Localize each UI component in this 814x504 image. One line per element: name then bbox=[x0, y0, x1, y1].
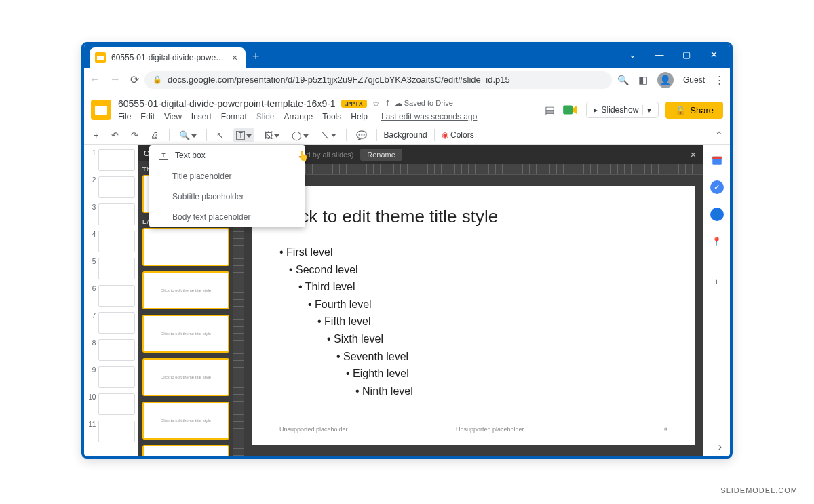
select-tool-icon[interactable]: ↖ bbox=[214, 128, 227, 142]
lock-icon: 🔒 bbox=[153, 75, 162, 84]
meet-icon[interactable] bbox=[562, 101, 579, 119]
guest-label: Guest bbox=[683, 75, 705, 85]
toolbar: + ↶ ↷ 🖨 🔍 ↖ 🅃 🖼 ◯ ＼ 💬 Background ◉ Color… bbox=[84, 125, 730, 145]
dropdown-item-text-box[interactable]: T Text box bbox=[149, 145, 305, 166]
menu-file[interactable]: File bbox=[118, 112, 131, 121]
profile-avatar[interactable]: 👤 bbox=[657, 72, 674, 88]
slide-canvas[interactable]: Click to edit theme title style • First … bbox=[252, 186, 695, 445]
filmstrip-slide[interactable]: 8 bbox=[87, 339, 135, 361]
menu-edit[interactable]: Edit bbox=[140, 112, 155, 121]
add-addon-icon[interactable]: + bbox=[710, 275, 724, 289]
zoom-icon[interactable]: 🔍 bbox=[176, 128, 199, 142]
slide-thumbnail[interactable] bbox=[98, 176, 135, 198]
keep-addon-icon[interactable]: ✓ bbox=[710, 180, 724, 194]
reload-icon[interactable]: ⟳ bbox=[130, 73, 139, 86]
last-edit-link[interactable]: Last edit was seconds ago bbox=[381, 112, 477, 121]
slideshow-button[interactable]: ▸ Slideshow ▾ bbox=[586, 102, 659, 118]
collapse-toolbar-icon[interactable]: ⌃ bbox=[715, 130, 723, 140]
filmstrip[interactable]: 1234567891011 bbox=[84, 145, 138, 456]
menu-arrange[interactable]: Arrange bbox=[284, 112, 313, 121]
minimize-icon[interactable]: — bbox=[647, 45, 672, 64]
dropdown-item-subtitle-placeholder[interactable]: Subtitle placeholder bbox=[149, 187, 305, 207]
rename-button[interactable]: Rename bbox=[360, 149, 402, 161]
slide-thumbnail[interactable] bbox=[98, 421, 135, 442]
image-tool-icon[interactable]: 🖼 bbox=[261, 128, 282, 142]
slide-thumbnail[interactable] bbox=[98, 366, 135, 388]
move-icon[interactable]: ⤴ bbox=[385, 99, 389, 109]
shape-tool-icon[interactable]: ◯ bbox=[289, 128, 311, 142]
tab-close-icon[interactable]: × bbox=[232, 52, 237, 63]
undo-icon[interactable]: ↶ bbox=[109, 128, 121, 142]
filmstrip-slide[interactable]: 3 bbox=[87, 203, 135, 225]
textbox-tool-icon[interactable]: 🅃 bbox=[233, 128, 254, 142]
search-hint-icon[interactable]: 🔍 bbox=[617, 75, 629, 85]
comments-icon[interactable]: ▤ bbox=[545, 104, 555, 117]
menu-help[interactable]: Help bbox=[351, 112, 368, 121]
kebab-menu-icon[interactable]: ⋮ bbox=[714, 74, 724, 86]
slide-thumbnail[interactable] bbox=[98, 285, 135, 307]
close-theme-editor-icon[interactable]: × bbox=[691, 149, 696, 160]
menu-insert[interactable]: Insert bbox=[191, 112, 212, 121]
dropdown-item-body-placeholder[interactable]: Body text placeholder bbox=[149, 207, 305, 227]
slides-logo[interactable] bbox=[91, 100, 111, 120]
footer-placeholder-center: Unsupported placeholder bbox=[456, 426, 524, 433]
layout-thumb[interactable] bbox=[142, 228, 229, 266]
background-button[interactable]: Background bbox=[384, 130, 427, 140]
contacts-addon-icon[interactable]: 👤 bbox=[710, 208, 724, 221]
slide-thumbnail[interactable] bbox=[98, 149, 135, 171]
forward-icon[interactable]: → bbox=[110, 73, 121, 86]
slide-thumbnail[interactable] bbox=[98, 339, 135, 361]
menu-slide[interactable]: Slide bbox=[256, 112, 275, 121]
redo-icon[interactable]: ↷ bbox=[128, 128, 141, 142]
filmstrip-slide[interactable]: 4 bbox=[87, 231, 135, 252]
filmstrip-slide[interactable]: 9 bbox=[87, 366, 135, 388]
new-tab-button[interactable]: + bbox=[252, 50, 260, 64]
maximize-icon[interactable]: ▢ bbox=[674, 45, 699, 64]
maps-addon-icon[interactable]: 📍 bbox=[710, 235, 724, 248]
filmstrip-slide[interactable]: 6 bbox=[87, 285, 135, 307]
horizontal-ruler[interactable] bbox=[244, 164, 703, 175]
menu-tools[interactable]: Tools bbox=[322, 112, 341, 121]
slide-thumbnail[interactable] bbox=[98, 203, 135, 225]
slide-thumbnail[interactable] bbox=[98, 312, 135, 334]
filmstrip-slide[interactable]: 5 bbox=[87, 258, 135, 279]
slideshow-dropdown-icon[interactable]: ▾ bbox=[642, 105, 651, 115]
slide-thumbnail[interactable] bbox=[98, 231, 135, 252]
print-icon[interactable]: 🖨 bbox=[148, 128, 162, 142]
line-tool-icon[interactable]: ＼ bbox=[318, 127, 339, 143]
calendar-addon-icon[interactable] bbox=[710, 153, 724, 167]
slide-thumbnail[interactable] bbox=[98, 258, 135, 279]
slides-favicon bbox=[95, 52, 106, 63]
filmstrip-slide[interactable]: 1 bbox=[87, 149, 135, 171]
comment-tool-icon[interactable]: 💬 bbox=[353, 128, 370, 142]
layout-thumb[interactable] bbox=[142, 445, 229, 456]
layout-thumb[interactable]: Click to edit theme title style bbox=[142, 358, 229, 396]
panel-icon[interactable]: ◧ bbox=[638, 74, 648, 86]
star-icon[interactable]: ☆ bbox=[372, 99, 380, 109]
theme-title-placeholder[interactable]: Click to edit theme title style bbox=[279, 206, 667, 227]
menu-format[interactable]: Format bbox=[221, 112, 247, 121]
slide-thumbnail[interactable] bbox=[98, 393, 135, 415]
layout-thumb[interactable]: Click to edit theme title style bbox=[142, 271, 229, 309]
browser-tab[interactable]: 60555-01-digital-divide-powerpo × bbox=[90, 47, 246, 68]
url-box[interactable]: 🔒 docs.google.com/presentation/d/19-p5z1… bbox=[144, 71, 612, 89]
filmstrip-slide[interactable]: 10 bbox=[87, 393, 135, 415]
layout-thumb[interactable]: Click to edit theme title style bbox=[142, 315, 229, 353]
filmstrip-slide[interactable]: 11 bbox=[87, 421, 135, 442]
layout-thumb[interactable]: Click to edit theme title style bbox=[142, 402, 229, 440]
filmstrip-slide[interactable]: 7 bbox=[87, 312, 135, 334]
back-icon[interactable]: ← bbox=[90, 73, 100, 86]
filmstrip-slide[interactable]: 2 bbox=[87, 176, 135, 198]
theme-body-placeholder[interactable]: • First level• Second level• Third level… bbox=[279, 244, 667, 400]
colors-button[interactable]: ◉ Colors bbox=[442, 130, 474, 140]
collapse-side-panel-icon[interactable]: › bbox=[718, 441, 722, 453]
new-slide-icon[interactable]: + bbox=[91, 128, 102, 142]
address-bar: ← → ⟳ 🔒 docs.google.com/presentation/d/1… bbox=[84, 68, 730, 92]
menu-view[interactable]: View bbox=[164, 112, 182, 121]
outline-level: • Third level bbox=[279, 278, 667, 296]
doc-title[interactable]: 60555-01-digital-divide-powerpoint-templ… bbox=[118, 98, 336, 109]
win-dropdown-icon[interactable]: ⌄ bbox=[620, 45, 644, 64]
share-button[interactable]: 🔒 Share bbox=[665, 102, 723, 119]
dropdown-item-title-placeholder[interactable]: Title placeholder bbox=[149, 166, 305, 187]
close-window-icon[interactable]: ✕ bbox=[701, 45, 726, 64]
